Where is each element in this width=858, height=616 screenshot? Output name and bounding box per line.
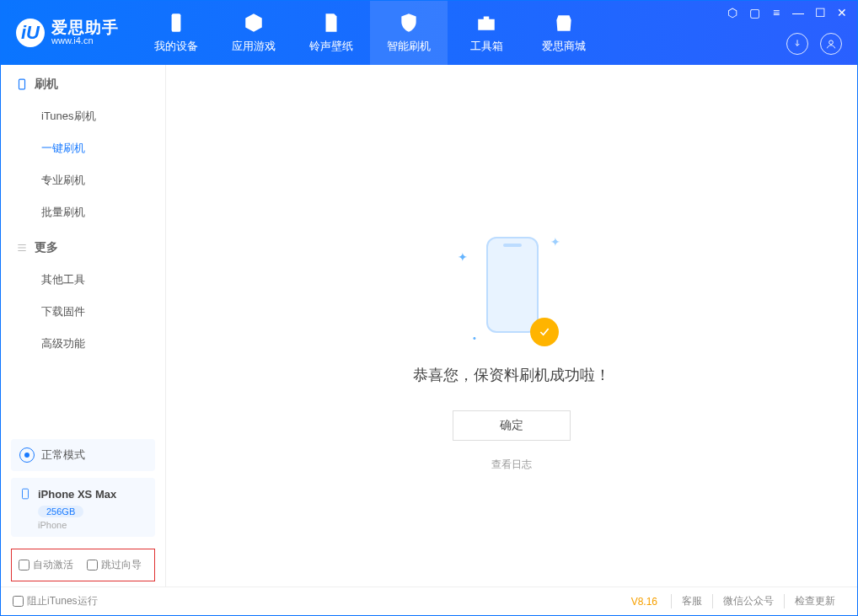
close-icon[interactable]: ✕ bbox=[835, 6, 849, 19]
maximize-icon[interactable]: ☐ bbox=[813, 6, 827, 19]
auto-activate-checkbox[interactable]: 自动激活 bbox=[19, 558, 73, 572]
device-icon bbox=[19, 486, 31, 501]
mode-icon bbox=[19, 447, 35, 463]
nav-label: 工具箱 bbox=[470, 39, 503, 54]
nav-smart-flash[interactable]: 智能刷机 bbox=[370, 1, 448, 65]
svg-rect-0 bbox=[172, 13, 181, 32]
sidebar: 刷机 iTunes刷机 一键刷机 专业刷机 批量刷机 更多 其他工具 下载固件 … bbox=[1, 65, 166, 587]
nav-ringtone-wallpaper[interactable]: 铃声壁纸 bbox=[292, 1, 370, 65]
sidebar-item-download-firmware[interactable]: 下载固件 bbox=[1, 296, 165, 328]
sidebar-item-other-tools[interactable]: 其他工具 bbox=[1, 264, 165, 296]
nav-store[interactable]: 爱思商城 bbox=[525, 1, 603, 65]
download-button[interactable] bbox=[786, 33, 808, 55]
briefcase-icon bbox=[475, 12, 497, 34]
sidebar-item-pro-flash[interactable]: 专业刷机 bbox=[1, 164, 165, 196]
app-site: www.i4.cn bbox=[51, 36, 119, 46]
mode-card[interactable]: 正常模式 bbox=[11, 439, 155, 471]
music-file-icon bbox=[320, 12, 342, 34]
nav-toolbox[interactable]: 工具箱 bbox=[448, 1, 525, 65]
nav-label: 智能刷机 bbox=[387, 39, 431, 54]
sidebar-item-advanced[interactable]: 高级功能 bbox=[1, 328, 165, 360]
success-illustration: ✦ ✦ • bbox=[469, 233, 554, 343]
logo-icon: iU bbox=[16, 19, 45, 47]
svg-point-1 bbox=[829, 40, 834, 45]
phone-outline-icon bbox=[486, 237, 539, 333]
menu-icon[interactable]: ≡ bbox=[770, 6, 783, 19]
nav-label: 铃声壁纸 bbox=[309, 39, 353, 54]
success-message: 恭喜您，保资料刷机成功啦！ bbox=[413, 365, 610, 385]
auto-activate-input[interactable] bbox=[19, 560, 29, 570]
sidebar-item-oneclick-flash[interactable]: 一键刷机 bbox=[1, 132, 165, 164]
sidebar-group-more: 更多 bbox=[1, 228, 165, 264]
sidebar-item-batch-flash[interactable]: 批量刷机 bbox=[1, 196, 165, 228]
check-badge-icon bbox=[530, 318, 559, 346]
skip-guide-checkbox[interactable]: 跳过向导 bbox=[87, 558, 142, 572]
phone-small-icon bbox=[16, 78, 28, 90]
top-nav: 我的设备 应用游戏 铃声壁纸 智能刷机 工具箱 爱思商城 bbox=[137, 1, 603, 65]
app-name: 爱思助手 bbox=[51, 19, 119, 36]
list-icon bbox=[16, 242, 28, 254]
footer-link-wechat[interactable]: 微信公众号 bbox=[712, 594, 784, 608]
block-itunes-checkbox[interactable]: 阻止iTunes运行 bbox=[13, 594, 98, 608]
device-card[interactable]: iPhone XS Max 256GB iPhone bbox=[11, 478, 155, 537]
footer-link-update[interactable]: 检查更新 bbox=[784, 594, 845, 608]
group-title: 刷机 bbox=[35, 77, 58, 92]
shop-icon bbox=[553, 12, 575, 34]
mode-label: 正常模式 bbox=[41, 447, 85, 463]
sparkle-icon: • bbox=[473, 333, 476, 343]
sparkle-icon: ✦ bbox=[458, 250, 468, 264]
nav-label: 爱思商城 bbox=[542, 39, 586, 54]
sidebar-item-itunes-flash[interactable]: iTunes刷机 bbox=[1, 100, 165, 132]
logo: iU 爱思助手 www.i4.cn bbox=[1, 1, 137, 65]
group-title: 更多 bbox=[35, 240, 58, 255]
status-bar: 阻止iTunes运行 V8.16 客服 微信公众号 检查更新 bbox=[1, 587, 857, 615]
svg-rect-2 bbox=[19, 79, 25, 89]
feedback-icon[interactable]: ▢ bbox=[748, 6, 761, 19]
version-label: V8.16 bbox=[631, 596, 657, 608]
storage-badge: 256GB bbox=[38, 506, 83, 517]
user-button[interactable] bbox=[820, 33, 842, 55]
block-itunes-input[interactable] bbox=[13, 596, 24, 607]
shield-refresh-icon bbox=[398, 12, 420, 34]
checkbox-label: 跳过向导 bbox=[101, 558, 142, 572]
skin-icon[interactable]: ⬡ bbox=[726, 6, 739, 19]
svg-rect-3 bbox=[23, 489, 29, 499]
skip-guide-input[interactable] bbox=[87, 560, 98, 570]
title-bar: iU 爱思助手 www.i4.cn 我的设备 应用游戏 铃声壁纸 智能刷机 工具… bbox=[1, 1, 857, 65]
window-controls: ⬡ ▢ ≡ ― ☐ ✕ bbox=[726, 6, 849, 19]
sparkle-icon: ✦ bbox=[550, 235, 560, 249]
checkbox-label: 阻止iTunes运行 bbox=[27, 594, 98, 608]
minimize-icon[interactable]: ― bbox=[791, 6, 805, 19]
nav-label: 应用游戏 bbox=[232, 39, 276, 54]
header-round-buttons bbox=[786, 33, 842, 55]
phone-icon bbox=[165, 12, 187, 34]
nav-label: 我的设备 bbox=[154, 39, 198, 54]
nav-apps-games[interactable]: 应用游戏 bbox=[215, 1, 292, 65]
cube-icon bbox=[243, 12, 265, 34]
nav-my-device[interactable]: 我的设备 bbox=[137, 1, 215, 65]
footer-link-support[interactable]: 客服 bbox=[671, 594, 712, 608]
checkbox-label: 自动激活 bbox=[33, 558, 73, 572]
view-log-link[interactable]: 查看日志 bbox=[491, 458, 532, 472]
highlighted-options: 自动激活 跳过向导 bbox=[11, 549, 155, 581]
main-content: ✦ ✦ • 恭喜您，保资料刷机成功啦！ 确定 查看日志 bbox=[166, 65, 857, 587]
device-type: iPhone bbox=[38, 520, 147, 530]
sidebar-group-flash: 刷机 bbox=[1, 65, 165, 100]
device-name: iPhone XS Max bbox=[38, 488, 116, 501]
ok-button[interactable]: 确定 bbox=[453, 410, 571, 441]
